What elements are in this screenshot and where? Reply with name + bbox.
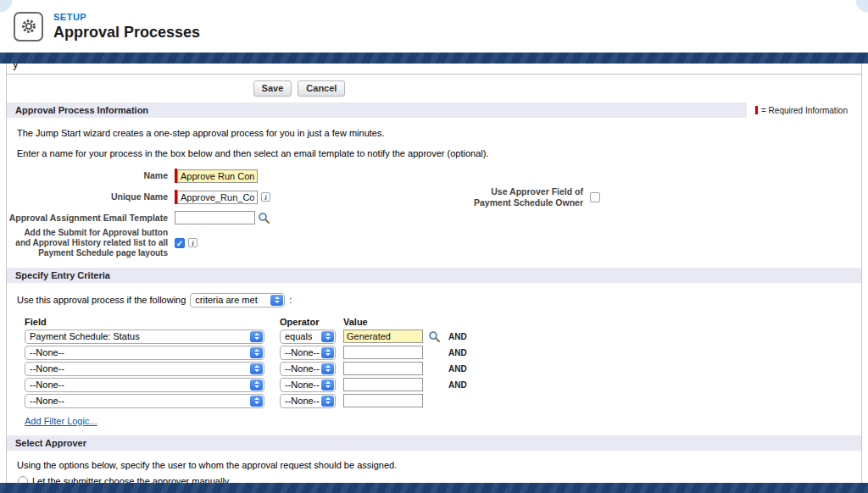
field-column-header: Field [25, 317, 280, 327]
info-icon[interactable]: i [261, 192, 270, 202]
and-label: AND [448, 348, 467, 357]
name-input[interactable] [177, 169, 258, 183]
criteria-field-select[interactable]: --None-- [25, 346, 264, 360]
info-icon[interactable]: i [188, 238, 198, 247]
criteria-operator-select[interactable]: --None-- [280, 346, 336, 360]
gear-icon [20, 18, 37, 35]
criteria-operator-select[interactable]: --None-- [280, 362, 336, 376]
unique-name-label: Unique Name [7, 191, 175, 202]
select-arrows-icon [321, 331, 334, 342]
page-title: Approval Processes [53, 24, 200, 42]
email-template-label: Approval Assignment Email Template [7, 213, 175, 224]
criteria-lead-colon: : [289, 295, 292, 305]
select-arrows-icon [321, 379, 334, 391]
criteria-operator-select[interactable]: equals [280, 330, 336, 344]
required-legend-label: = Required Information [761, 106, 848, 115]
save-button[interactable]: Save [253, 80, 292, 97]
and-label: AND [448, 364, 467, 374]
select-arrows-icon [250, 363, 263, 374]
select-arrows-icon [321, 396, 334, 407]
approver-option-manual: Let the submitter choose the approver ma… [18, 476, 861, 483]
header-titles: SETUP Approval Processes [53, 12, 200, 42]
required-marker-icon [755, 106, 758, 114]
select-arrows-icon [250, 347, 263, 358]
add-submit-checkbox[interactable]: ✓ [175, 238, 185, 248]
criteria-value-input[interactable] [343, 362, 423, 375]
criteria-field-select[interactable]: Payment Schedule: Status [25, 330, 264, 344]
criteria-lead: Use this approval process if the followi… [17, 293, 861, 307]
criteria-value-input[interactable] [343, 378, 423, 391]
criteria-row: --None-- --None-- [25, 394, 861, 408]
setup-icon-box [14, 12, 43, 42]
setup-content-frame: y Save Cancel Approval Process Informati… [6, 64, 862, 483]
select-arrows-icon [321, 347, 334, 358]
button-row: Save Cancel [7, 80, 592, 97]
select-arrows-icon [250, 331, 263, 342]
approver-lead: Using the options below, specify the use… [17, 460, 861, 470]
select-arrows-icon [250, 379, 263, 391]
select-arrows-icon [270, 295, 283, 306]
intro-line-2: Enter a name for your process in the box… [17, 148, 861, 158]
process-info-form: Name Unique Name i Use Approver Field of… [7, 169, 861, 258]
intro-line-1: The Jump Start wizard creates a one-step… [17, 128, 861, 138]
email-template-input[interactable] [175, 211, 255, 224]
criteria-column-headers: Field Operator Value [25, 317, 861, 327]
criteria-row: --None-- --None-- AND [25, 346, 861, 360]
setup-header: SETUP Approval Processes [0, 0, 868, 53]
select-arrows-icon [250, 396, 263, 407]
criteria-row: --None-- --None-- AND [25, 362, 861, 376]
footer-strip [0, 483, 868, 493]
select-arrows-icon [321, 363, 334, 374]
lookup-icon[interactable] [258, 212, 270, 224]
use-approver-field-label: Use Approver Field of Payment Schedule O… [454, 186, 590, 208]
criteria-value-input[interactable] [343, 394, 423, 407]
criteria-mode-select[interactable]: criteria are met [190, 293, 285, 307]
section-header-approval-process-information: Approval Process Information [7, 102, 747, 118]
criteria-value-input[interactable] [343, 346, 423, 359]
cancel-button[interactable]: Cancel [298, 80, 345, 97]
add-filter-logic-link[interactable]: Add Filter Logic... [25, 416, 97, 426]
clipped-heading-text: y [13, 64, 19, 70]
use-approver-field-checkbox[interactable] [590, 192, 600, 202]
setup-eyebrow: SETUP [53, 12, 200, 22]
radio-label: Let the submitter choose the approver ma… [32, 476, 231, 483]
operator-column-header: Operator [280, 317, 343, 327]
criteria-field-select[interactable]: --None-- [25, 362, 264, 376]
add-submit-label: Add the Submit for Approval button and A… [7, 228, 175, 258]
name-label: Name [7, 170, 175, 181]
criteria-operator-select[interactable]: --None-- [280, 394, 336, 408]
criteria-operator-select[interactable]: --None-- [280, 378, 336, 392]
required-legend: = Required Information [747, 106, 861, 115]
unique-name-input[interactable] [177, 191, 258, 204]
section-header-select-approver: Select Approver [7, 435, 861, 451]
and-label: AND [448, 332, 467, 341]
criteria-value-input[interactable] [343, 330, 423, 343]
value-column-header: Value [343, 317, 368, 327]
criteria-row: --None-- --None-- AND [25, 378, 861, 392]
criteria-field-select[interactable]: --None-- [25, 378, 264, 392]
criteria-row: Payment Schedule: Status equals AND [25, 330, 861, 344]
and-label: AND [448, 380, 467, 390]
section-header-row: Approval Process Information = Required … [7, 102, 861, 118]
criteria-lead-text: Use this approval process if the followi… [17, 295, 186, 305]
criteria-field-select[interactable]: --None-- [25, 394, 264, 408]
section-header-specify-entry-criteria: Specify Entry Criteria [7, 268, 861, 283]
radio-button[interactable] [18, 476, 28, 483]
header-divider-strip [0, 53, 868, 64]
clipped-heading: y [7, 64, 861, 75]
lookup-icon[interactable] [428, 330, 441, 343]
